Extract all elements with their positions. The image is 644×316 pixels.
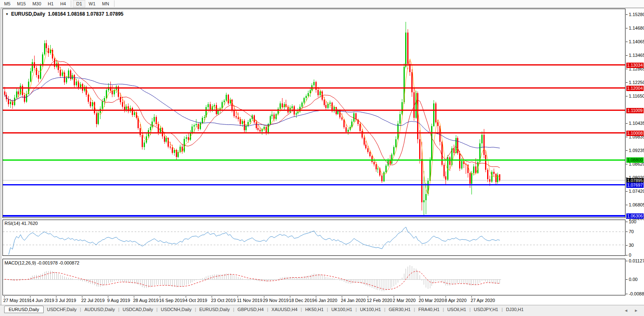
macd-scale-tick (626, 294, 628, 294)
pane-splitter[interactable] (2, 256, 625, 258)
main-chart-pane[interactable] (2, 9, 625, 218)
chart-tab-xauusd-h4[interactable]: XAUUSD,H4 (268, 305, 301, 312)
price-scale-tick (626, 28, 628, 28)
rsi-scale-label: 30 (629, 243, 634, 248)
date-axis-tick (4, 296, 5, 297)
date-label: 2 Mar 2020 (393, 298, 416, 303)
price-scale[interactable]: 1.152801.146801.140651.134651.128651.122… (626, 9, 644, 296)
chart-tab-ger30-h1[interactable]: GER30,H1 (385, 305, 414, 312)
date-axis-tick (342, 296, 342, 297)
date-axis-tick (134, 296, 134, 297)
timeframe-button-m5[interactable]: M5 (1, 0, 14, 7)
macd-pane[interactable] (2, 259, 625, 295)
date-axis-tick (238, 296, 238, 297)
rsi-scale-tick (626, 255, 628, 255)
date-axis-tick (264, 296, 264, 297)
macd-scale-label: 0.00 (629, 277, 637, 282)
macd-scale-label: -0.008845 (629, 292, 644, 296)
date-axis-tick (30, 296, 30, 297)
price-scale-tick (626, 137, 628, 137)
date-label: 27 Apr 2020 (471, 298, 495, 303)
date-axis-tick (108, 296, 108, 297)
level-price-badge: 1.11009 (626, 108, 644, 113)
price-scale-tick (626, 55, 628, 56)
date-label: 3 Jul 2019 (55, 298, 76, 303)
price-scale-label: 1.07420 (629, 189, 644, 194)
date-axis[interactable]: 27 May 201914 Jun 20193 Jul 201922 Jul 2… (2, 296, 625, 304)
date-axis-tick (446, 296, 446, 297)
chart-tab-usoil-h1[interactable]: USOil,H1 (444, 305, 469, 312)
chart-title: ▼EURUSD,Daily 1.08164 1.08168 1.07837 1.… (5, 11, 124, 17)
level-price-badge: 1.07697 (626, 183, 644, 188)
price-scale-tick (626, 42, 628, 42)
price-scale-label: 1.11650 (629, 94, 644, 98)
date-axis-tick (212, 296, 212, 297)
timeframe-button-m15[interactable]: M15 (14, 0, 29, 7)
toolbar-separator (71, 0, 71, 7)
chart-tab-eurusd-daily[interactable]: EURUSD,Daily (4, 306, 44, 313)
chart-symbol-label: EURUSD,Daily (11, 11, 45, 17)
price-scale-tick (626, 123, 628, 124)
rsi-scale-label: 100 (629, 220, 636, 224)
chart-tab-gbpusd-h4[interactable]: GBPUSD,H4 (234, 305, 267, 312)
chart-tab-eurusd-daily[interactable]: EURUSD,Daily (196, 305, 233, 312)
date-axis-tick (290, 296, 290, 297)
date-axis-tick (394, 296, 394, 297)
price-scale-label: 1.14680 (629, 26, 644, 30)
date-label: 20 Mar 2020 (419, 298, 444, 303)
chart-tab-dj30-h1[interactable]: DJ30,H1 (503, 305, 527, 312)
timeframe-button-h1[interactable]: H1 (44, 0, 57, 7)
date-label: 16 Sep 2019 (159, 298, 184, 303)
toolbar-separator (114, 0, 114, 7)
level-price-badge: 1.12004 (626, 86, 644, 91)
chart-tab-uk100-h1[interactable]: UK100,H1 (328, 305, 356, 312)
chart-tab-usdcnh-daily[interactable]: USDCNH,Daily (158, 305, 195, 312)
date-label: 12 Feb 2020 (367, 298, 392, 303)
rsi-scale-tick (626, 222, 628, 222)
rsi-scale-tick (626, 245, 628, 246)
date-label: 4 Oct 2019 (185, 298, 207, 303)
macd-scale-tick (626, 261, 628, 261)
chart-tab-usdjpy-h1[interactable]: USDJPY,H1 (471, 305, 502, 312)
tab-scroll-arrows[interactable]: ◄ ► (624, 308, 641, 313)
rsi-line (7, 227, 500, 255)
chart-tab-audusd-daily[interactable]: AUDUSD,Daily (81, 305, 118, 312)
date-axis-tick (316, 296, 316, 297)
timeframe-button-h4[interactable]: H4 (57, 0, 69, 7)
date-label: 18 Dec 2019 (289, 298, 315, 303)
price-scale-tick (626, 69, 628, 69)
timeframe-button-mn[interactable]: MN (99, 0, 112, 7)
date-axis-tick (368, 296, 368, 297)
ma-fast-line (5, 49, 500, 194)
timeframe-toolbar: M5M15M30H1H4D1W1MN (0, 0, 644, 8)
chart-tab-usdchf-daily[interactable]: USDCHF,Daily (44, 305, 80, 312)
macd-scale-tick (626, 279, 628, 280)
price-scale-label: 1.13465 (629, 53, 644, 58)
chart-tab-fra40-h1[interactable]: FRA40,H1 (415, 305, 443, 312)
chart-tab-usdcad-daily[interactable]: USDCAD,Daily (119, 305, 156, 312)
price-scale-label: 1.10435 (629, 121, 644, 126)
rsi-pane[interactable] (2, 220, 625, 256)
date-label: 27 May 2019 (3, 298, 30, 303)
price-scale-tick (626, 164, 628, 164)
timeframe-button-m30[interactable]: M30 (29, 0, 44, 7)
date-label: 14 Jun 2019 (29, 298, 54, 303)
price-scale-tick (626, 82, 628, 83)
chart-collapse-icon[interactable]: ▼ (5, 12, 9, 16)
chart-tab-hk50-h1[interactable]: HK50,H1 (302, 305, 327, 312)
timeframe-button-w1[interactable]: W1 (85, 0, 99, 7)
level-price-badge: 1.10008 (626, 131, 644, 136)
level-price-badge: 1.06306 (626, 213, 644, 219)
date-axis-tick (56, 296, 56, 297)
date-label: 22 Jul 2019 (81, 298, 105, 303)
timeframe-button-d1[interactable]: D1 (73, 0, 85, 7)
price-scale-label: 1.12250 (629, 80, 644, 85)
rsi-indicator-label: RSI(14) 41.7620 (5, 221, 38, 226)
chart-tab-uk100-h1[interactable]: UK100,H1 (357, 305, 384, 312)
level-price-badge: 1.13034 (626, 63, 644, 68)
price-scale-tick (626, 191, 628, 192)
date-label: 8 Apr 2020 (445, 298, 467, 303)
rsi-scale-tick (626, 232, 628, 232)
date-label: 28 Aug 2019 (133, 298, 159, 303)
date-label: 9 Aug 2019 (107, 298, 130, 303)
